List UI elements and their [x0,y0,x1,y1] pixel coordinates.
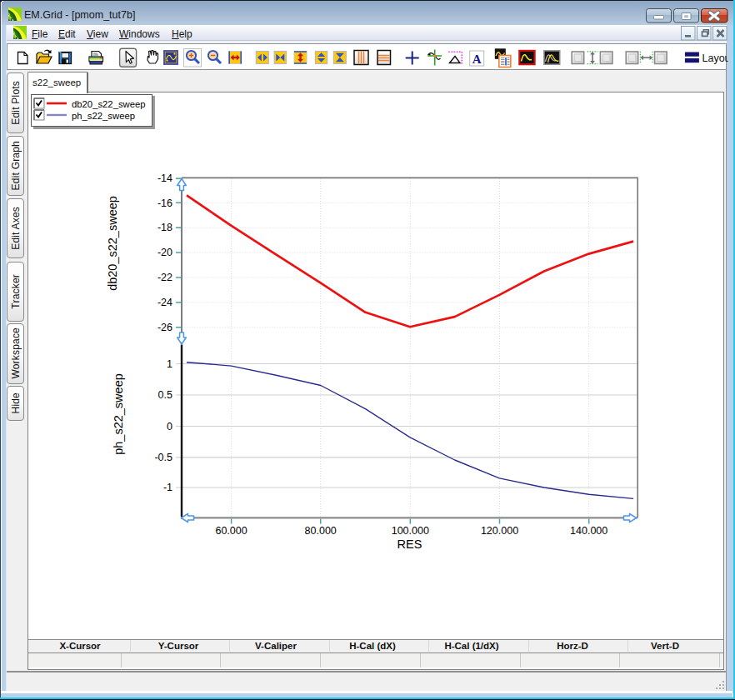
svg-text:100.000: 100.000 [392,525,429,537]
svg-text:140.000: 140.000 [570,525,608,537]
svg-text:-20: -20 [158,247,172,258]
svg-text:-14: -14 [158,172,172,184]
svg-text:-22: -22 [158,272,172,283]
svg-text:-1: -1 [163,482,172,493]
svg-text:1: 1 [167,358,172,370]
svg-text:ph_s22_sweep: ph_s22_sweep [112,373,125,455]
svg-text:120.000: 120.000 [481,525,518,537]
svg-text:-18: -18 [158,222,172,233]
svg-text:-24: -24 [158,297,172,308]
svg-text:0: 0 [167,421,172,432]
svg-text:80.000: 80.000 [305,525,337,537]
svg-text:-16: -16 [158,198,172,209]
svg-text:db20_s22_sweep: db20_s22_sweep [106,196,119,291]
svg-text:-0.5: -0.5 [154,452,172,463]
svg-text:-26: -26 [158,322,172,333]
svg-text:0.5: 0.5 [158,389,172,401]
svg-text:60.000: 60.000 [215,525,247,537]
svg-text:RES: RES [398,538,422,551]
